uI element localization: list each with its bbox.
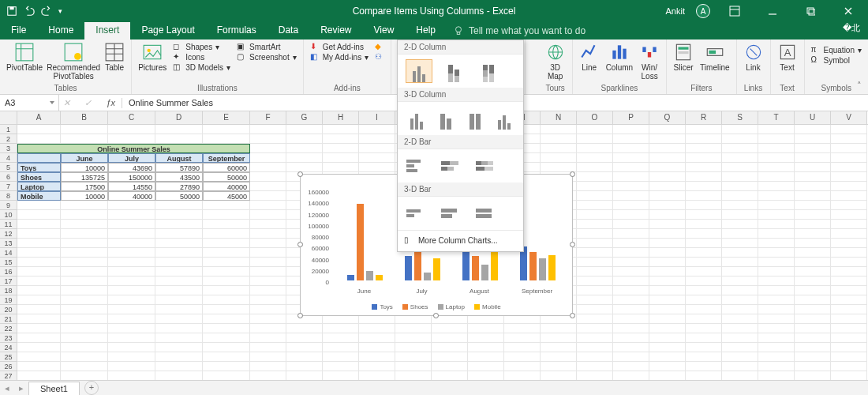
cell[interactable] (17, 220, 61, 229)
cell[interactable] (649, 314, 686, 324)
name-box[interactable]: A3 (0, 95, 59, 111)
row-header[interactable]: 10 (0, 210, 17, 220)
cell[interactable] (758, 182, 795, 191)
column-header[interactable]: H (323, 111, 359, 124)
cell[interactable] (758, 305, 795, 314)
save-icon[interactable] (6, 6, 17, 17)
cell[interactable] (250, 286, 286, 295)
cell[interactable] (108, 210, 155, 220)
cell[interactable] (203, 134, 250, 144)
cell[interactable] (795, 258, 831, 267)
cell[interactable] (831, 333, 867, 343)
cell[interactable] (323, 125, 359, 134)
column-header[interactable]: O (577, 111, 613, 124)
cell[interactable] (649, 258, 686, 267)
cell[interactable] (686, 163, 722, 172)
cell[interactable] (155, 229, 203, 239)
cell[interactable] (286, 153, 323, 163)
cell[interactable] (155, 295, 203, 305)
cell[interactable] (577, 239, 613, 248)
cell[interactable] (831, 239, 867, 248)
cell[interactable] (61, 258, 108, 267)
cell[interactable] (61, 125, 108, 134)
cell[interactable] (831, 248, 867, 258)
cell[interactable] (795, 248, 831, 258)
cell[interactable] (649, 210, 686, 220)
cell[interactable] (250, 172, 286, 182)
cell[interactable] (613, 286, 649, 295)
cell[interactable] (286, 144, 323, 153)
cell[interactable] (108, 324, 155, 333)
cell[interactable] (722, 191, 758, 201)
cell[interactable] (831, 295, 867, 305)
cell[interactable] (613, 248, 649, 258)
cell[interactable] (577, 286, 613, 295)
cell[interactable] (286, 163, 323, 172)
cell[interactable] (155, 239, 203, 248)
3d-stacked-option[interactable] (435, 107, 456, 130)
cell[interactable] (831, 258, 867, 267)
cell[interactable] (359, 153, 395, 163)
cell[interactable] (686, 210, 722, 220)
cell[interactable] (758, 258, 795, 267)
column-header[interactable]: I (359, 111, 395, 124)
cell[interactable] (541, 352, 577, 362)
row-header[interactable]: 27 (0, 371, 17, 380)
cell[interactable] (649, 305, 686, 314)
cell[interactable] (722, 371, 758, 380)
tab-file[interactable]: File (0, 22, 37, 40)
cell[interactable]: 10000 (61, 163, 108, 172)
cell[interactable] (203, 267, 250, 276)
column-header[interactable]: E (203, 111, 250, 124)
clustered-bar-option[interactable] (406, 154, 432, 178)
cell[interactable] (432, 324, 468, 333)
cell[interactable] (722, 125, 758, 134)
cell[interactable] (250, 371, 286, 380)
cell[interactable] (758, 229, 795, 239)
cell[interactable] (758, 286, 795, 295)
row-header[interactable]: 4 (0, 153, 17, 163)
cell[interactable] (722, 258, 758, 267)
equation-button[interactable]: πEquation ▾ (811, 45, 862, 55)
cell[interactable] (613, 220, 649, 229)
cell[interactable] (722, 134, 758, 144)
cell[interactable] (722, 295, 758, 305)
cell[interactable] (686, 125, 722, 134)
cell[interactable] (831, 163, 867, 172)
cell[interactable] (61, 276, 108, 286)
cell[interactable] (613, 229, 649, 239)
cell[interactable] (686, 324, 722, 333)
row-header[interactable]: 12 (0, 229, 17, 239)
cell[interactable] (795, 125, 831, 134)
icons-button[interactable]: ✦Icons (173, 52, 230, 62)
cell[interactable] (203, 276, 250, 286)
cell[interactable] (155, 352, 203, 362)
cell[interactable] (286, 324, 323, 333)
cell[interactable] (155, 371, 203, 380)
cell[interactable] (155, 362, 203, 371)
cell[interactable] (541, 324, 577, 333)
cell[interactable] (686, 191, 722, 201)
cell[interactable] (323, 352, 359, 362)
cell[interactable] (831, 286, 867, 295)
cell[interactable]: Toys (17, 163, 61, 172)
cell[interactable] (359, 134, 395, 144)
cell[interactable] (795, 314, 831, 324)
cell[interactable] (541, 343, 577, 352)
my-addins-button[interactable]: ◧My Add-ins ▾ (310, 52, 369, 62)
cell[interactable] (17, 248, 61, 258)
cell[interactable] (17, 125, 61, 134)
cell[interactable] (831, 172, 867, 182)
cell[interactable]: 14550 (108, 182, 155, 191)
3d-stacked-bar-option[interactable] (440, 201, 467, 225)
cell[interactable] (577, 343, 613, 352)
cell[interactable] (722, 144, 758, 153)
cell[interactable]: 40000 (108, 191, 155, 201)
row-header[interactable]: 15 (0, 258, 17, 267)
cell[interactable] (613, 305, 649, 314)
cell[interactable] (541, 333, 577, 343)
cell[interactable] (250, 125, 286, 134)
cell[interactable]: Shoes (17, 172, 61, 182)
cell[interactable] (155, 333, 203, 343)
cell[interactable] (577, 182, 613, 191)
